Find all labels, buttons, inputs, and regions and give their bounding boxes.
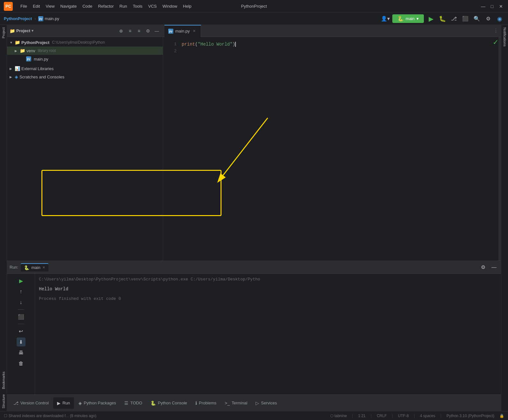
scroll-down-button[interactable]: ↓ [17, 298, 25, 307]
external-icon: 📊 [15, 66, 20, 71]
app-wrapper: PC File Edit View Navigate Code Refactor… [0, 0, 508, 420]
menu-navigate[interactable]: Navigate [58, 3, 79, 10]
tree-item-venv[interactable]: ▶ 📁 venv library root [7, 47, 163, 55]
status-sep3: | [392, 414, 393, 418]
tree-arrow-root: ▼ [10, 41, 13, 44]
maximize-button[interactable]: □ [489, 3, 495, 10]
status-line-sep[interactable]: CRLF [377, 414, 387, 418]
cursor [235, 42, 236, 47]
status-tabnine[interactable]: ⬡ tabnine [330, 414, 347, 418]
breadcrumb-project[interactable]: PythonProject [4, 16, 32, 21]
plugins-button[interactable]: ◉ [495, 14, 504, 23]
menu-edit[interactable]: Edit [30, 3, 42, 10]
tree-path-root: C:\Users\yilma\Desktop\Python [52, 40, 105, 45]
tab-problems[interactable]: ℹ Problems [192, 397, 220, 409]
run-green-button[interactable]: ▶ [426, 14, 435, 23]
project-panel-label: 📁 Project ▾ [10, 28, 116, 33]
menu-run[interactable]: Run [117, 3, 130, 10]
tree-item-mainpy[interactable]: ▶ py main.py [7, 55, 163, 63]
run-panel: Run: 🐍 main ✕ ⚙ — ▶ ↑ ↓ [7, 261, 501, 395]
tree-item-external[interactable]: ▶ 📊 External Libraries [7, 64, 163, 73]
tab-todo[interactable]: ☰ TODO [120, 397, 146, 409]
sidebar-item-structure[interactable]: Structure [1, 392, 6, 411]
run-sidebar-separator [18, 309, 24, 310]
status-index-msg: ☐ Shared indexes are downloaded f... (8 … [4, 414, 97, 418]
close-button[interactable]: ✕ [498, 3, 504, 10]
tree-item-root[interactable]: ▼ 📁 PythonProject C:\Users\yilma\Desktop… [7, 38, 163, 47]
breadcrumb-right-controls: 👤▾ 🐍 main ▾ ▶ 🐛 ⎇ ⬛ 🔍 ⚙ ◉ [381, 14, 504, 23]
menu-tools[interactable]: Tools [130, 3, 145, 10]
rerun-button[interactable]: ▶ [17, 276, 25, 285]
status-position[interactable]: 1:21 [358, 414, 366, 418]
editor-tabs: py main.py ✕ ⋮ [163, 25, 501, 37]
python-packages-icon: ◈ [78, 401, 82, 406]
line-number-1: 1 [163, 41, 177, 48]
menu-window[interactable]: Window [160, 3, 180, 10]
breadcrumb-separator: › [34, 17, 36, 21]
todo-icon: ☰ [124, 401, 128, 406]
run-tab-icon: ▶ [57, 401, 61, 406]
tab-close-button[interactable]: ✕ [192, 29, 197, 34]
tab-terminal[interactable]: >_ Terminal [221, 397, 251, 409]
tab-label: main.py [175, 29, 190, 33]
menu-help[interactable]: Help [180, 3, 194, 10]
project-panel: 📁 Project ▾ ⊕ ≡ ≡ ⚙ — ▼ [7, 25, 163, 261]
user-icon-button[interactable]: 👤▾ [381, 14, 390, 23]
tab-services[interactable]: ▷ Services [252, 397, 281, 409]
tab-label-python-packages: Python Packages [84, 401, 116, 405]
tree-item-scratches[interactable]: ▶ ◈ Scratches and Consoles [7, 73, 163, 81]
tab-more-button[interactable]: ⋮ [491, 28, 501, 34]
coverage-button[interactable]: ⎇ [449, 14, 458, 23]
sidebar-item-notifications[interactable]: Notifications [502, 25, 507, 49]
run-tab-main[interactable]: 🐍 main ✕ [21, 263, 48, 272]
editor-scrollbar[interactable] [498, 37, 501, 261]
tab-label-services: Services [261, 401, 277, 405]
run-config-button[interactable]: 🐍 main ▾ [392, 14, 424, 23]
status-encoding[interactable]: UTF-8 [398, 414, 409, 418]
menu-file[interactable]: File [18, 3, 30, 10]
status-python-ver[interactable]: Python 3.10 (PythonProject) [446, 414, 494, 418]
left-side-panel: Project Bookmarks Structure [0, 25, 7, 411]
project-tree: ▼ 📁 PythonProject C:\Users\yilma\Desktop… [7, 37, 163, 261]
print-button[interactable]: 🖶 [17, 348, 25, 357]
code-editor[interactable]: print ( "Hello World" ) [179, 37, 498, 261]
run-tab-close[interactable]: ✕ [42, 265, 45, 270]
expand-all-button[interactable]: ≡ [135, 27, 142, 34]
collapse-all-button[interactable]: ≡ [127, 27, 134, 34]
tab-version-control[interactable]: ⎇ Version Control [10, 397, 53, 409]
status-indent[interactable]: 4 spaces [420, 414, 435, 418]
search-everywhere-button[interactable]: 🔍 [472, 14, 481, 23]
file-type-icon: py [38, 16, 43, 21]
stop-run-button[interactable]: ⬛ [17, 312, 25, 321]
scope-button[interactable]: ⊕ [118, 27, 125, 34]
clear-output-button[interactable]: 🗑 [17, 359, 25, 368]
run-minimize-button[interactable]: — [490, 263, 498, 272]
content-wrapper: Project Bookmarks Structure 📁 Project ▾ … [0, 25, 508, 411]
hide-panel-button[interactable]: — [153, 27, 160, 34]
stop-button[interactable]: ⬛ [461, 14, 470, 23]
sidebar-item-project[interactable]: Project [1, 25, 6, 41]
breadcrumb-file[interactable]: main.py [45, 16, 59, 21]
menu-view[interactable]: View [43, 3, 57, 10]
settings-button[interactable]: ⚙ [484, 14, 493, 23]
tab-python-console[interactable]: 🐍 Python Console [147, 397, 191, 409]
line-numbers: 1 2 [163, 37, 179, 261]
tab-run[interactable]: ▶ Run [53, 397, 74, 409]
tab-label-version-control: Version Control [20, 401, 49, 405]
menu-code[interactable]: Code [80, 3, 95, 10]
minimize-button[interactable]: — [480, 3, 486, 10]
status-index-text: Shared indexes are downloaded f... (8 mi… [9, 414, 97, 418]
menu-vcs[interactable]: VCS [146, 3, 159, 10]
run-settings-button[interactable]: ⚙ [479, 263, 488, 272]
status-sep4: | [414, 414, 415, 418]
scroll-to-end-button[interactable]: ⬇ [17, 337, 25, 346]
scroll-up-button[interactable]: ↑ [17, 287, 25, 296]
debug-button[interactable]: 🐛 [438, 14, 447, 23]
tab-mainpy[interactable]: py main.py ✕ [164, 25, 201, 37]
tab-python-packages[interactable]: ◈ Python Packages [75, 397, 120, 409]
settings-tree-button[interactable]: ⚙ [144, 27, 151, 34]
run-output: C:\Users\yilma\Desktop\PythonProject\ven… [35, 274, 501, 395]
menu-refactor[interactable]: Refactor [96, 3, 116, 10]
wrap-output-button[interactable]: ↩ [17, 327, 25, 336]
sidebar-item-bookmarks[interactable]: Bookmarks [1, 369, 6, 392]
